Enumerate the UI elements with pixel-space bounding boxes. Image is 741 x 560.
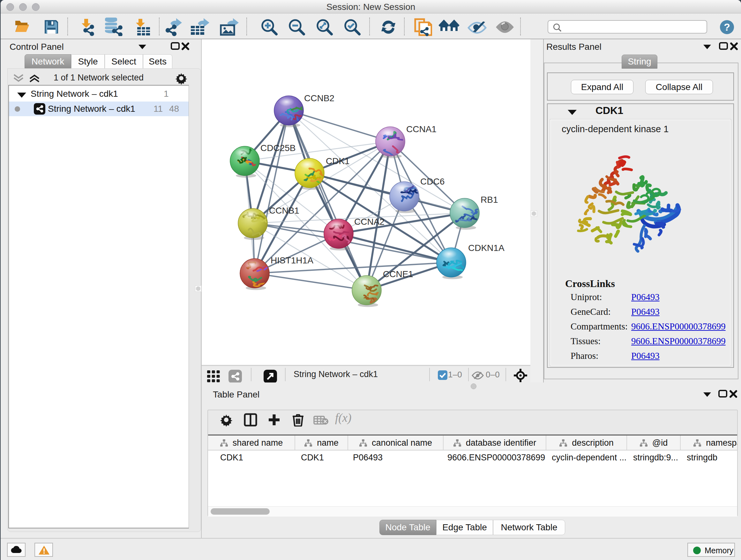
svg-text:CCNA1: CCNA1 bbox=[406, 124, 436, 134]
svg-text:CDKN1A: CDKN1A bbox=[468, 243, 504, 253]
svg-text:CDC6: CDC6 bbox=[420, 177, 445, 186]
svg-text:CDK1: CDK1 bbox=[326, 156, 350, 166]
svg-text:?: ? bbox=[724, 21, 730, 33]
svg-text:RB1: RB1 bbox=[481, 195, 498, 205]
svg-text:CCNB2: CCNB2 bbox=[304, 93, 334, 103]
svg-text:CCNA2: CCNA2 bbox=[354, 217, 385, 227]
svg-text:HIST1H1A: HIST1H1A bbox=[271, 255, 313, 265]
svg-text:CDC25B: CDC25B bbox=[260, 143, 295, 153]
svg-text:CCNE1: CCNE1 bbox=[383, 269, 413, 279]
svg-text:CCNB1: CCNB1 bbox=[269, 206, 299, 215]
